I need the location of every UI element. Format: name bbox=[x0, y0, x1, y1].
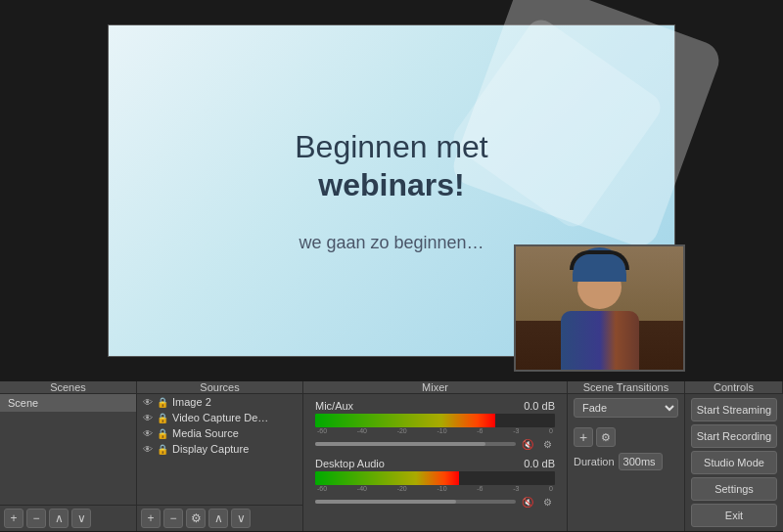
desktop-mute-button[interactable]: 🔇 bbox=[520, 494, 535, 510]
meter-labels-2: -60 -40 -20 -10 -6 -3 0 bbox=[315, 485, 555, 492]
slide-title: Beginnen met webinars! bbox=[295, 128, 487, 203]
desktop-controls: 🔇 ⚙ bbox=[315, 494, 555, 510]
mic-settings-button[interactable]: ⚙ bbox=[539, 436, 555, 452]
mic-mute-button[interactable]: 🔇 bbox=[520, 436, 535, 452]
meter-labels: -60 -40 -20 -10 -6 -3 0 bbox=[315, 427, 555, 434]
scenes-header: Scenes bbox=[0, 381, 137, 393]
lock-icon: 🔒 bbox=[157, 444, 168, 455]
person-torso bbox=[561, 311, 639, 370]
visibility-icon: 👁 bbox=[143, 397, 153, 408]
person-headphones bbox=[570, 250, 629, 270]
mic-meter bbox=[315, 414, 555, 427]
source-item[interactable]: 👁 🔒 Display Capture bbox=[137, 441, 302, 457]
source-up-button[interactable]: ∧ bbox=[208, 509, 228, 528]
source-remove-button[interactable]: − bbox=[163, 509, 183, 528]
exit-button[interactable]: Exit bbox=[691, 504, 777, 527]
bottom-panel: Scenes Sources Mixer Scene Transitions C… bbox=[0, 381, 783, 532]
source-item[interactable]: 👁 🔒 Media Source bbox=[137, 425, 302, 441]
mic-slider-fill bbox=[315, 442, 485, 446]
lock-icon: 🔒 bbox=[157, 428, 168, 439]
transition-settings-button[interactable]: ⚙ bbox=[596, 427, 616, 447]
start-streaming-button[interactable]: Start Streaming bbox=[691, 398, 777, 421]
transition-buttons: + ⚙ bbox=[574, 427, 678, 447]
scenes-panel: Scene + − ∧ ∨ bbox=[0, 394, 137, 531]
person-head bbox=[577, 265, 622, 309]
sources-panel: 👁 🔒 Image 2 👁 🔒 Video Capture De… 👁 🔒 Me… bbox=[137, 394, 303, 531]
transitions-header: Scene Transitions bbox=[568, 381, 685, 393]
desktop-volume-slider[interactable] bbox=[315, 500, 516, 504]
duration-input[interactable] bbox=[619, 453, 663, 470]
sources-toolbar: + − ⚙ ∧ ∨ bbox=[137, 505, 302, 531]
webcam-overlay bbox=[514, 244, 685, 372]
source-down-button[interactable]: ∨ bbox=[231, 509, 251, 528]
scenes-toolbar: + − ∧ ∨ bbox=[0, 505, 136, 531]
slide-subtitle: we gaan zo beginnen… bbox=[299, 233, 484, 253]
mic-volume-slider[interactable] bbox=[315, 442, 516, 446]
source-item[interactable]: 👁 🔒 Video Capture De… bbox=[137, 410, 302, 425]
visibility-icon: 👁 bbox=[143, 428, 153, 439]
settings-button[interactable]: Settings bbox=[691, 477, 777, 501]
scene-down-button[interactable]: ∨ bbox=[71, 509, 91, 528]
preview-area: Beginnen met webinars! we gaan zo beginn… bbox=[0, 0, 783, 381]
panel-content: Scene + − ∧ ∨ 👁 🔒 Image 2 👁 🔒 bbox=[0, 394, 783, 531]
scene-remove-button[interactable]: − bbox=[26, 509, 46, 528]
source-item[interactable]: 👁 🔒 Image 2 bbox=[137, 394, 302, 410]
mixer-panel: Mic/Aux 0.0 dB -60 -40 -20 -10 -6 -3 0 bbox=[303, 394, 568, 531]
column-headers: Scenes Sources Mixer Scene Transitions C… bbox=[0, 381, 783, 394]
transition-add-button[interactable]: + bbox=[574, 427, 593, 447]
scene-item[interactable]: Scene bbox=[0, 394, 136, 412]
source-add-button[interactable]: + bbox=[141, 509, 161, 528]
slide-title-line2: webinars! bbox=[318, 167, 464, 202]
desktop-settings-button[interactable]: ⚙ bbox=[539, 494, 555, 510]
start-recording-button[interactable]: Start Recording bbox=[691, 424, 777, 448]
lock-icon: 🔒 bbox=[157, 413, 168, 423]
desktop-slider-fill bbox=[315, 500, 456, 504]
studio-mode-button[interactable]: Studio Mode bbox=[691, 451, 777, 474]
controls-panel: Start Streaming Start Recording Studio M… bbox=[685, 394, 783, 531]
webcam-feed bbox=[516, 246, 683, 370]
transitions-controls: Fade bbox=[574, 398, 678, 423]
scene-up-button[interactable]: ∧ bbox=[49, 509, 69, 528]
source-settings-button[interactable]: ⚙ bbox=[186, 509, 206, 528]
mic-controls: 🔇 ⚙ bbox=[315, 436, 555, 452]
duration-row: Duration bbox=[574, 453, 678, 470]
visibility-icon: 👁 bbox=[143, 413, 153, 423]
slide-title-line1: Beginnen met bbox=[295, 129, 487, 164]
scene-add-button[interactable]: + bbox=[4, 509, 23, 528]
desktop-meter-fill bbox=[315, 471, 459, 485]
sources-header: Sources bbox=[137, 381, 303, 393]
desktop-meter bbox=[315, 471, 555, 485]
controls-header: Controls bbox=[685, 381, 783, 393]
mixer-channel-desktop: Desktop Audio 0.0 dB -60 -40 -20 -10 -6 … bbox=[309, 456, 561, 511]
transition-type-select[interactable]: Fade bbox=[574, 398, 678, 418]
person-figure bbox=[516, 265, 683, 370]
transitions-panel: Fade + ⚙ Duration bbox=[568, 394, 685, 531]
mixer-header: Mixer bbox=[303, 381, 568, 393]
sources-list: 👁 🔒 Image 2 👁 🔒 Video Capture De… 👁 🔒 Me… bbox=[137, 394, 302, 505]
visibility-icon: 👁 bbox=[143, 444, 153, 455]
lock-icon: 🔒 bbox=[157, 397, 168, 408]
scenes-list: Scene bbox=[0, 394, 136, 505]
mic-meter-fill bbox=[315, 414, 495, 427]
mixer-channel-mic: Mic/Aux 0.0 dB -60 -40 -20 -10 -6 -3 0 bbox=[309, 398, 561, 454]
